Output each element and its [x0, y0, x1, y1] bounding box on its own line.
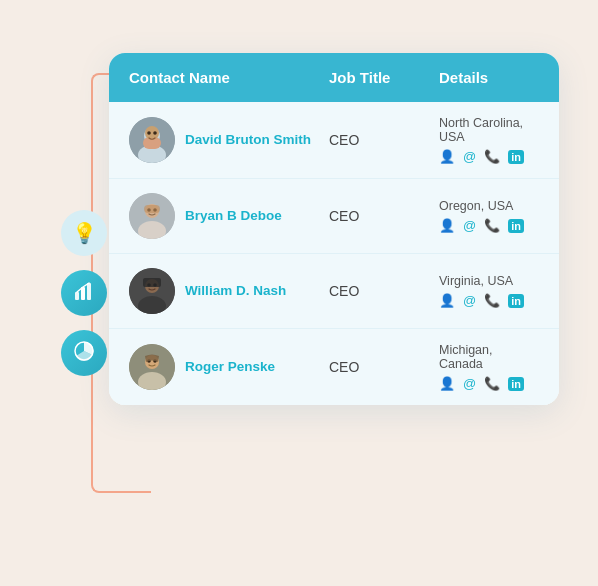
avatar — [129, 344, 175, 390]
contact-name[interactable]: Bryan B Deboe — [185, 207, 282, 225]
header-job-title: Job Title — [329, 69, 439, 86]
detail-icons: 👤 @ 📞 in — [439, 376, 539, 391]
svg-rect-18 — [144, 205, 160, 213]
email-icon[interactable]: @ — [463, 149, 476, 164]
sidebar: 💡 — [61, 210, 107, 376]
table-body: David Bruton Smith CEO North Carolina, U… — [109, 102, 559, 405]
contact-name[interactable]: David Bruton Smith — [185, 131, 311, 149]
job-title: CEO — [329, 132, 439, 148]
details-cell: Michigan, Canada 👤 @ 📞 in — [439, 343, 539, 391]
contact-name[interactable]: Roger Penske — [185, 358, 275, 376]
table-header: Contact Name Job Title Details — [109, 53, 559, 102]
phone-icon[interactable]: 📞 — [484, 293, 500, 308]
svg-point-10 — [145, 126, 159, 140]
details-cell: North Carolina, USA 👤 @ 📞 in — [439, 116, 539, 164]
email-icon[interactable]: @ — [463, 293, 476, 308]
location: Oregon, USA — [439, 199, 539, 213]
table-row: David Bruton Smith CEO North Carolina, U… — [109, 102, 559, 179]
svg-rect-2 — [87, 283, 91, 300]
contact-cell: David Bruton Smith — [129, 117, 329, 163]
phone-icon[interactable]: 📞 — [484, 149, 500, 164]
phone-icon[interactable]: 📞 — [484, 218, 500, 233]
svg-rect-24 — [143, 278, 161, 287]
sidebar-icon-chart[interactable] — [61, 270, 107, 316]
job-title: CEO — [329, 208, 439, 224]
contact-cell: Roger Penske — [129, 344, 329, 390]
email-icon[interactable]: @ — [463, 218, 476, 233]
card-wrapper: 💡 Conta — [39, 33, 559, 553]
person-icon[interactable]: 👤 — [439, 376, 455, 391]
chart-icon — [73, 280, 95, 307]
sidebar-icon-idea[interactable]: 💡 — [61, 210, 107, 256]
contact-cell: William D. Nash — [129, 268, 329, 314]
linkedin-icon[interactable]: in — [508, 294, 524, 308]
location: Virginia, USA — [439, 274, 539, 288]
person-icon[interactable]: 👤 — [439, 149, 455, 164]
table-row: Roger Penske CEO Michigan, Canada 👤 @ 📞 … — [109, 329, 559, 405]
contact-name[interactable]: William D. Nash — [185, 282, 286, 300]
phone-icon[interactable]: 📞 — [484, 376, 500, 391]
detail-icons: 👤 @ 📞 in — [439, 149, 539, 164]
location: Michigan, Canada — [439, 343, 539, 371]
svg-point-11 — [147, 131, 151, 135]
avatar — [129, 268, 175, 314]
table-row: Bryan B Deboe CEO Oregon, USA 👤 @ 📞 in — [109, 179, 559, 254]
detail-icons: 👤 @ 📞 in — [439, 293, 539, 308]
linkedin-icon[interactable]: in — [508, 150, 524, 164]
detail-icons: 👤 @ 📞 in — [439, 218, 539, 233]
header-details: Details — [439, 69, 539, 86]
pie-icon — [73, 340, 95, 367]
svg-rect-0 — [75, 292, 79, 300]
table-row: William D. Nash CEO Virginia, USA 👤 @ 📞 … — [109, 254, 559, 329]
person-icon[interactable]: 👤 — [439, 218, 455, 233]
location: North Carolina, USA — [439, 116, 539, 144]
main-card: Contact Name Job Title Details — [109, 53, 559, 405]
contact-cell: Bryan B Deboe — [129, 193, 329, 239]
details-cell: Virginia, USA 👤 @ 📞 in — [439, 274, 539, 308]
idea-icon: 💡 — [72, 221, 97, 245]
header-contact-name: Contact Name — [129, 69, 329, 86]
linkedin-icon[interactable]: in — [508, 219, 524, 233]
sidebar-icon-pie[interactable] — [61, 330, 107, 376]
job-title: CEO — [329, 283, 439, 299]
linkedin-icon[interactable]: in — [508, 377, 524, 391]
job-title: CEO — [329, 359, 439, 375]
email-icon[interactable]: @ — [463, 376, 476, 391]
avatar — [129, 117, 175, 163]
details-cell: Oregon, USA 👤 @ 📞 in — [439, 199, 539, 233]
svg-point-12 — [153, 131, 157, 135]
avatar — [129, 193, 175, 239]
person-icon[interactable]: 👤 — [439, 293, 455, 308]
